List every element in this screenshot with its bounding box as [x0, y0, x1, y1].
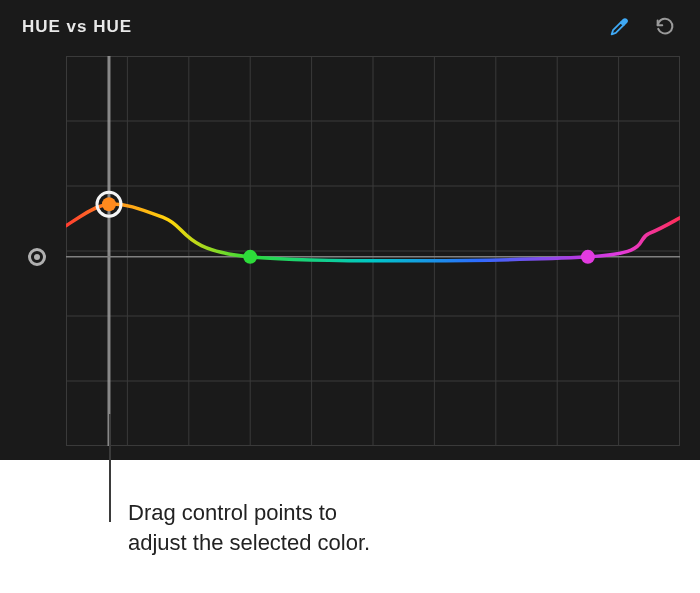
- eyedropper-button[interactable]: [606, 14, 632, 40]
- control-point[interactable]: [581, 250, 595, 264]
- curve-editor[interactable]: [66, 56, 680, 446]
- eyedropper-icon: [608, 16, 630, 38]
- header-toolbar: [606, 14, 678, 40]
- annotation-caption: Drag control points to adjust the select…: [128, 498, 370, 557]
- reset-icon: [654, 16, 676, 38]
- panel-title: HUE vs HUE: [22, 17, 132, 37]
- baseline-indicator[interactable]: [28, 248, 46, 266]
- caption-line2: adjust the selected color.: [128, 528, 370, 558]
- panel-header: HUE vs HUE: [0, 0, 700, 54]
- caption-line1: Drag control points to: [128, 498, 370, 528]
- color-curves-panel: HUE vs HUE: [0, 0, 700, 460]
- curve-canvas[interactable]: [66, 56, 680, 446]
- control-point[interactable]: [243, 250, 257, 264]
- control-point-selected[interactable]: [102, 197, 116, 211]
- annotation-leader-line: [109, 414, 111, 522]
- reset-button[interactable]: [652, 14, 678, 40]
